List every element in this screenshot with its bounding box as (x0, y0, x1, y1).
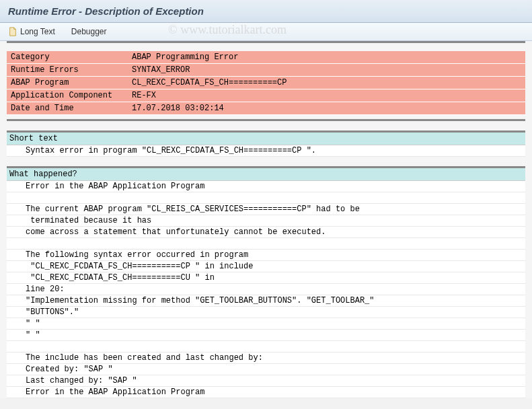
what-happened-line: The include has been created and last ch… (7, 352, 525, 364)
info-row: CategoryABAP Programming Error (7, 51, 525, 64)
page-title: Runtime Error - Description of Exception (8, 5, 524, 17)
long-text-button[interactable]: Long Text (5, 26, 58, 38)
what-happened-line: terminated because it has (7, 215, 525, 227)
info-row: ABAP ProgramCL_REXC_FCDATA_FS_CH========… (7, 77, 525, 89)
what-happened-line: Last changed by: "SAP " (7, 375, 525, 387)
short-text-line: Syntax error in program "CL_REXC_FCDATA_… (7, 145, 525, 157)
what-happened-line: come across a statement that unfortunate… (7, 227, 525, 238)
debugger-label: Debugger (71, 27, 107, 36)
what-happened-section: What happened? Error in the ABAP Applica… (7, 166, 525, 398)
what-happened-line: "Implementation missing for method "GET_… (7, 295, 525, 307)
short-text-section: Short text Syntax error in program "CL_R… (7, 131, 525, 157)
info-label: Application Component (7, 89, 128, 102)
short-text-header: Short text (7, 133, 525, 145)
what-happened-line: The following syntax error occurred in p… (7, 250, 525, 261)
what-happened-line: " " (7, 318, 525, 330)
error-info-table: CategoryABAP Programming ErrorRuntime Er… (7, 51, 525, 115)
info-label: ABAP Program (7, 77, 128, 89)
what-happened-line: Error in the ABAP Application Program (7, 181, 525, 192)
info-label: Runtime Errors (7, 64, 128, 77)
info-value: SYNTAX_ERROR (128, 64, 525, 77)
content-area: CategoryABAP Programming ErrorRuntime Er… (0, 41, 532, 398)
info-value: ABAP Programming Error (128, 51, 525, 64)
long-text-label: Long Text (20, 27, 55, 36)
info-row: Date and Time17.07.2018 03:02:14 (7, 102, 525, 115)
info-border-bottom (7, 119, 525, 121)
info-row: Runtime ErrorsSYNTAX_ERROR (7, 64, 525, 77)
what-happened-line (7, 192, 525, 204)
what-happened-line: "CL_REXC_FCDATA_FS_CH==========CU " in (7, 272, 525, 284)
what-happened-line: Error in the ABAP Application Program (7, 387, 525, 398)
what-happened-header: What happened? (7, 168, 525, 181)
what-happened-line: The current ABAP program "CL_REIS_CA_SER… (7, 204, 525, 215)
what-happened-line: Created by: "SAP " (7, 364, 525, 375)
what-happened-line: " " (7, 330, 525, 341)
debugger-button[interactable]: Debugger (69, 26, 110, 38)
info-row: Application ComponentRE-FX (7, 89, 525, 102)
info-value: RE-FX (128, 89, 525, 102)
info-label: Category (7, 51, 128, 64)
info-label: Date and Time (7, 102, 128, 115)
document-icon (8, 27, 17, 36)
info-border-top (7, 41, 525, 43)
what-happened-line: "CL_REXC_FCDATA_FS_CH==========CP " in i… (7, 261, 525, 272)
what-happened-line: line 20: (7, 284, 525, 295)
toolbar: Long Text Debugger (0, 23, 532, 41)
info-value: CL_REXC_FCDATA_FS_CH==========CP (128, 77, 525, 89)
info-value: 17.07.2018 03:02:14 (128, 102, 525, 115)
title-bar: Runtime Error - Description of Exception (0, 0, 532, 23)
what-happened-line (7, 341, 525, 352)
what-happened-line: "BUTTONS"." (7, 307, 525, 318)
what-happened-line (7, 238, 525, 250)
